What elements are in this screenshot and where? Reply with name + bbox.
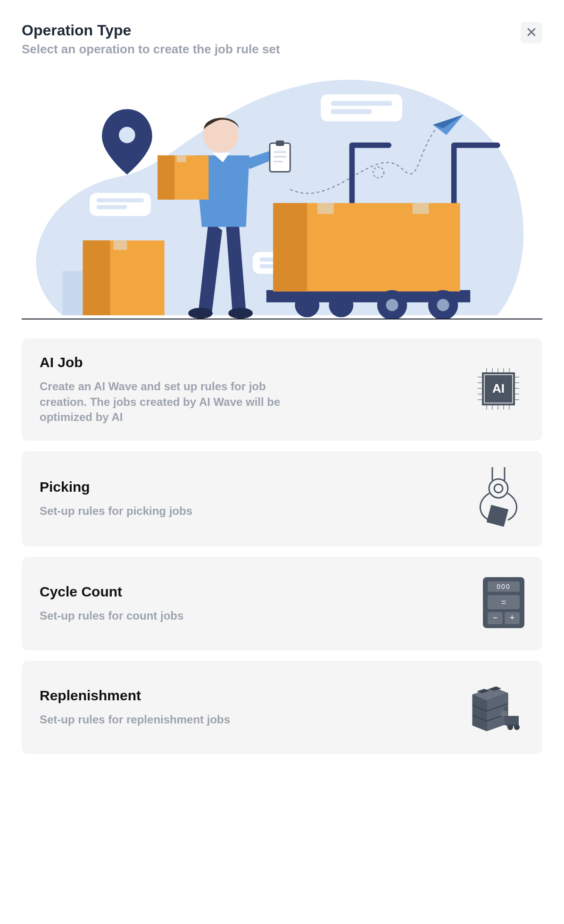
svg-rect-6 [97, 198, 144, 202]
page-title: Operation Type [22, 22, 280, 39]
svg-point-22 [329, 293, 353, 317]
svg-rect-18 [273, 203, 307, 291]
svg-text:+: + [510, 613, 515, 622]
svg-point-12 [119, 127, 135, 143]
page-subtitle: Select an operation to create the job ru… [22, 42, 280, 57]
claw-icon [473, 467, 524, 530]
svg-rect-7 [97, 205, 127, 210]
calculator-icon: 000 = − + [483, 577, 524, 630]
svg-point-26 [437, 299, 449, 311]
svg-point-27 [188, 308, 213, 319]
option-title: AI Job [40, 354, 304, 370]
svg-rect-32 [158, 155, 174, 200]
svg-rect-66 [487, 505, 509, 527]
svg-point-79 [514, 724, 520, 730]
svg-rect-4 [331, 109, 372, 114]
svg-rect-3 [331, 101, 392, 106]
ai-chip-icon: AI [473, 365, 524, 414]
svg-rect-14 [83, 241, 110, 316]
svg-rect-2 [321, 94, 402, 122]
hero-illustration [22, 67, 542, 319]
svg-rect-5 [90, 193, 151, 216]
svg-point-64 [489, 479, 508, 498]
svg-point-28 [228, 308, 253, 319]
close-icon [527, 26, 536, 39]
option-picking[interactable]: Picking Set-up rules for picking jobs [22, 451, 542, 546]
svg-rect-80 [501, 711, 507, 716]
svg-point-24 [386, 299, 398, 311]
shelving-icon [468, 678, 524, 737]
svg-point-78 [507, 724, 513, 730]
option-replenishment[interactable]: Replenishment Set-up rules for replenish… [22, 661, 542, 754]
svg-point-21 [295, 293, 319, 317]
option-title: Replenishment [40, 688, 230, 704]
option-description: Set-up rules for picking jobs [40, 504, 192, 519]
svg-text:−: − [493, 613, 498, 622]
svg-text:AI: AI [492, 381, 505, 395]
svg-rect-20 [413, 203, 429, 214]
svg-text:=: = [501, 597, 506, 607]
svg-rect-19 [317, 203, 334, 214]
option-description: Set-up rules for replenishment jobs [40, 712, 230, 727]
svg-rect-15 [114, 241, 127, 250]
option-ai-job[interactable]: AI Job Create an AI Wave and set up rule… [22, 338, 542, 441]
option-title: Picking [40, 479, 192, 495]
option-description: Create an AI Wave and set up rules for j… [40, 379, 304, 425]
svg-rect-33 [177, 155, 186, 162]
svg-rect-35 [276, 141, 284, 146]
option-description: Set-up rules for count jobs [40, 608, 183, 623]
option-cycle-count[interactable]: Cycle Count Set-up rules for count jobs … [22, 557, 542, 650]
option-title: Cycle Count [40, 584, 183, 600]
close-button[interactable] [521, 22, 542, 43]
svg-text:000: 000 [497, 583, 510, 590]
svg-point-65 [494, 484, 503, 493]
